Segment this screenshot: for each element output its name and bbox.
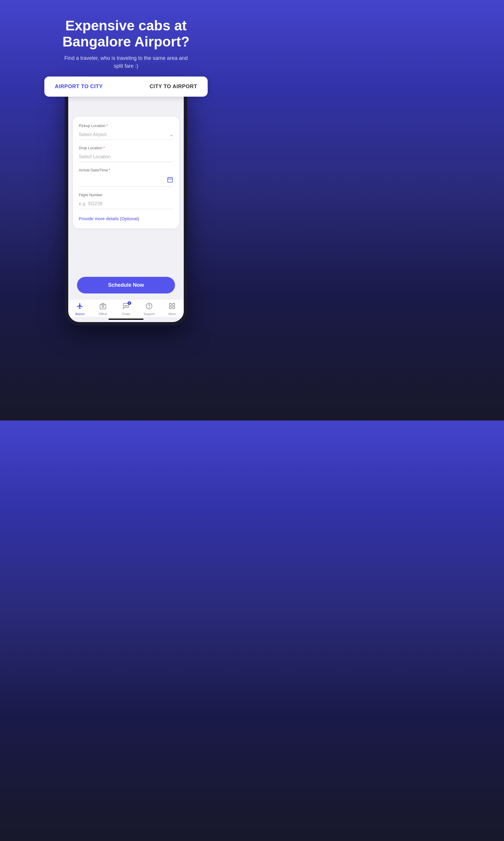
nav-item-support[interactable]: Support bbox=[140, 303, 158, 316]
pickup-placeholder: Select Airport bbox=[79, 132, 106, 137]
svg-rect-8 bbox=[168, 177, 173, 183]
nav-label-chats: Chats bbox=[122, 312, 130, 316]
nav-item-chats[interactable]: 1 Chats bbox=[117, 303, 135, 316]
chevron-down-icon: ⌄ bbox=[170, 132, 173, 137]
support-icon bbox=[146, 303, 152, 311]
flight-input[interactable]: e.g. SG239 bbox=[79, 199, 173, 209]
hero-title: Expensive cabs at Bangalore Airport? bbox=[53, 18, 199, 50]
nav-item-office[interactable]: Office bbox=[94, 303, 112, 316]
pickup-input[interactable]: Select Airport ⌄ bbox=[79, 130, 173, 140]
pickup-required-star: * bbox=[106, 123, 108, 128]
home-indicator bbox=[108, 319, 144, 320]
phone-screen: 7:01 bbox=[68, 85, 184, 322]
arrival-input[interactable] bbox=[79, 174, 173, 187]
pickup-field-group: Pickup Location * Select Airport ⌄ bbox=[79, 123, 173, 140]
phone-content: Pickup Location * Select Airport ⌄ Drop … bbox=[68, 94, 184, 277]
nav-item-airport[interactable]: Airport bbox=[71, 303, 89, 316]
drop-input[interactable]: Select Location bbox=[79, 152, 173, 162]
drop-label: Drop Location * bbox=[79, 146, 173, 150]
content-spacer bbox=[68, 233, 184, 277]
nav-item-more[interactable]: More bbox=[163, 303, 181, 316]
svg-rect-22 bbox=[169, 307, 172, 309]
svg-rect-21 bbox=[173, 304, 175, 306]
svg-rect-12 bbox=[100, 305, 106, 309]
tab-airport-to-city[interactable]: AIRPORT TO CITY bbox=[50, 81, 107, 92]
calendar-icon bbox=[167, 176, 173, 184]
schedule-now-button[interactable]: Schedule Now bbox=[77, 277, 175, 293]
drop-required-star: * bbox=[103, 146, 105, 150]
drop-placeholder: Select Location bbox=[79, 154, 110, 159]
hero-subtitle: Find a traveler, who is traveling to the… bbox=[62, 54, 190, 70]
office-icon bbox=[100, 303, 106, 311]
bottom-nav: Airport Office bbox=[68, 299, 184, 317]
svg-point-16 bbox=[126, 306, 126, 306]
flight-field-group: Flight Number e.g. SG239 bbox=[79, 193, 173, 209]
svg-point-18 bbox=[146, 303, 152, 309]
arrival-label: Arrival Date/Time * bbox=[79, 168, 173, 172]
plane-icon bbox=[76, 303, 84, 311]
chat-icon: 1 bbox=[123, 303, 129, 311]
pickup-label: Pickup Location * bbox=[79, 123, 173, 128]
flight-label: Flight Number bbox=[79, 193, 173, 197]
tab-switcher: AIRPORT TO CITY CITY TO AIRPORT bbox=[44, 76, 208, 97]
svg-rect-14 bbox=[102, 306, 104, 307]
svg-rect-23 bbox=[173, 307, 175, 309]
arrival-required-star: * bbox=[109, 168, 110, 172]
arrival-field-group: Arrival Date/Time * bbox=[79, 168, 173, 187]
svg-rect-20 bbox=[169, 304, 172, 306]
form-card: Pickup Location * Select Airport ⌄ Drop … bbox=[73, 117, 179, 228]
nav-label-office: Office bbox=[99, 312, 107, 316]
nav-label-support: Support bbox=[144, 312, 155, 316]
chats-badge: 1 bbox=[127, 302, 131, 305]
drop-field-group: Drop Location * Select Location bbox=[79, 146, 173, 162]
tab-city-to-airport[interactable]: CITY TO AIRPORT bbox=[145, 81, 202, 92]
svg-point-15 bbox=[125, 306, 125, 306]
nav-label-more: More bbox=[168, 312, 176, 316]
nav-label-airport: Airport bbox=[75, 312, 84, 316]
more-icon bbox=[168, 303, 176, 311]
svg-point-17 bbox=[127, 306, 127, 306]
optional-details-link[interactable]: Provide more details (Optional) bbox=[79, 216, 139, 221]
phone-mockup: AIRPORT TO CITY CITY TO AIRPORT 7:01 bbox=[65, 82, 187, 326]
flight-placeholder: e.g. SG239 bbox=[79, 201, 102, 206]
